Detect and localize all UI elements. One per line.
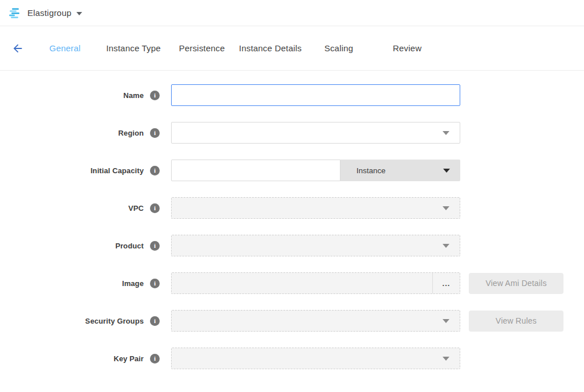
tab-persistence[interactable]: Persistence bbox=[168, 43, 236, 53]
form-row-product: Product i bbox=[0, 235, 584, 256]
general-form: Name i Region i Initial Capacity i bbox=[0, 71, 584, 369]
view-ami-details-button[interactable]: View Ami Details bbox=[469, 273, 563, 294]
product-select bbox=[171, 235, 460, 256]
product-label: Product bbox=[115, 242, 144, 250]
initial-capacity-info-icon[interactable]: i bbox=[150, 166, 160, 175]
initial-capacity-label: Initial Capacity bbox=[91, 166, 144, 175]
form-row-key-pair: Key Pair i bbox=[0, 348, 584, 369]
region-label: Region bbox=[118, 129, 144, 137]
form-row-region: Region i bbox=[0, 122, 584, 144]
elastigroup-logo-icon bbox=[8, 6, 22, 20]
key-pair-select bbox=[171, 348, 460, 369]
top-bar: Elastigroup bbox=[0, 0, 584, 26]
product-caret-icon bbox=[443, 244, 449, 248]
name-label: Name bbox=[123, 91, 144, 100]
key-pair-caret-icon bbox=[443, 357, 449, 361]
security-groups-label: Security Groups bbox=[85, 317, 144, 325]
tab-instance-type[interactable]: Instance Type bbox=[99, 43, 168, 53]
form-row-name: Name i bbox=[0, 84, 584, 106]
key-pair-info-icon[interactable]: i bbox=[150, 354, 160, 364]
tab-instance-details[interactable]: Instance Details bbox=[236, 43, 305, 53]
region-info-icon[interactable]: i bbox=[150, 128, 160, 138]
back-button[interactable] bbox=[10, 41, 25, 56]
app-switcher-label[interactable]: Elastigroup bbox=[27, 8, 71, 18]
image-label: Image bbox=[122, 279, 144, 288]
security-groups-select bbox=[171, 310, 460, 332]
image-browse-button[interactable]: ... bbox=[432, 273, 460, 293]
region-caret-icon bbox=[443, 131, 449, 135]
product-info-icon[interactable]: i bbox=[150, 241, 160, 251]
form-row-image: Image i ... View Ami Details bbox=[0, 272, 584, 294]
wizard-tabs: General Instance Type Persistence Instan… bbox=[31, 43, 441, 53]
security-groups-info-icon[interactable]: i bbox=[150, 316, 160, 326]
name-input[interactable] bbox=[171, 84, 460, 106]
region-select[interactable] bbox=[171, 122, 460, 144]
wizard-tab-bar: General Instance Type Persistence Instan… bbox=[0, 26, 584, 71]
name-info-icon[interactable]: i bbox=[150, 91, 160, 100]
tab-review[interactable]: Review bbox=[373, 43, 441, 53]
image-input: ... bbox=[171, 272, 460, 294]
capacity-unit-value: Instance bbox=[356, 166, 386, 175]
initial-capacity-input[interactable] bbox=[171, 160, 340, 181]
capacity-unit-caret-icon bbox=[443, 169, 450, 173]
vpc-label: VPC bbox=[128, 204, 144, 213]
vpc-select bbox=[171, 197, 460, 219]
image-info-icon[interactable]: i bbox=[150, 279, 160, 288]
tab-scaling[interactable]: Scaling bbox=[305, 43, 373, 53]
vpc-caret-icon bbox=[443, 206, 449, 210]
view-rules-button[interactable]: View Rules bbox=[469, 311, 563, 332]
app-switcher-caret-icon[interactable] bbox=[76, 12, 82, 15]
capacity-unit-select[interactable]: Instance bbox=[340, 160, 460, 181]
form-row-initial-capacity: Initial Capacity i Instance bbox=[0, 160, 584, 181]
form-row-security-groups: Security Groups i View Rules bbox=[0, 310, 584, 332]
form-row-vpc: VPC i bbox=[0, 197, 584, 219]
vpc-info-icon[interactable]: i bbox=[150, 203, 160, 213]
tab-general[interactable]: General bbox=[31, 43, 99, 53]
key-pair-label: Key Pair bbox=[113, 354, 144, 363]
security-groups-caret-icon bbox=[443, 319, 449, 323]
